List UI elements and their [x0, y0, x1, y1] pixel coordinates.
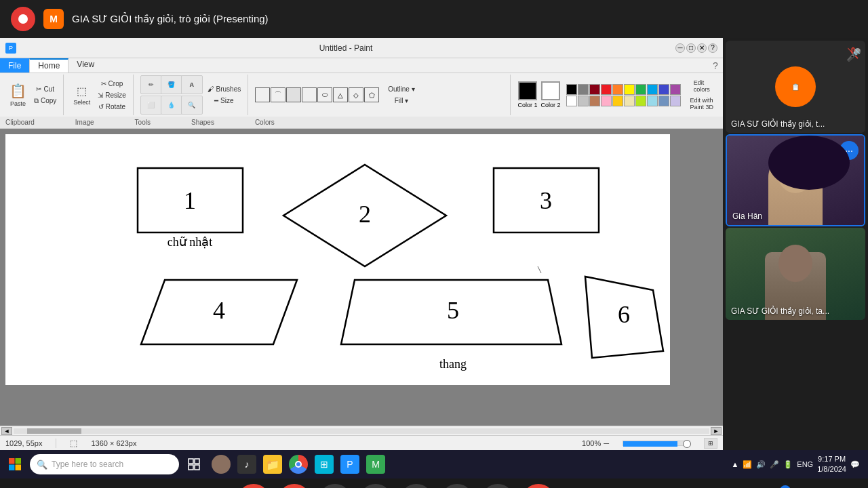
shape-triangle[interactable]: △ — [333, 87, 348, 102]
color-swatch-b97a57[interactable] — [589, 96, 600, 106]
taskbar-meet[interactable]: M — [363, 452, 388, 476]
cut-button[interactable]: ✂Cut — [31, 84, 59, 94]
zoom-slider[interactable] — [623, 441, 690, 446]
color-swatch-ffaec9[interactable] — [601, 96, 612, 106]
shape-ellipse[interactable]: ⬭ — [317, 87, 332, 102]
captions-button[interactable] — [319, 484, 351, 488]
taskbar-paint[interactable]: P — [338, 452, 362, 476]
color-swatch-3f48cc[interactable] — [658, 84, 669, 95]
mic-tray-icon[interactable]: 🎤 — [770, 460, 779, 469]
shape-diamond[interactable]: ◇ — [349, 87, 363, 102]
maximize-button[interactable]: □ — [686, 43, 696, 53]
notification-icon[interactable]: 💬 — [850, 460, 860, 469]
color2-swatch[interactable] — [541, 81, 560, 100]
color-swatch-c3c3c3[interactable] — [578, 96, 589, 106]
tray-up-arrow[interactable]: ▲ — [731, 460, 738, 468]
color-swatch-b5e61d[interactable] — [635, 96, 646, 106]
size-button[interactable]: ━ Size — [205, 96, 243, 106]
fill-tool[interactable]: 🪣 — [161, 75, 182, 94]
color-swatch-a349a4[interactable] — [670, 84, 681, 95]
paint3d-button[interactable]: Edit withPaint 3D — [687, 96, 716, 112]
paint-canvas-container[interactable]: 1 chữ nhật 2 3 4 5 t — [0, 129, 723, 426]
color-swatch-fff200[interactable] — [624, 84, 635, 95]
zoom-fit-btn[interactable]: ⊞ — [704, 438, 717, 449]
search-bar[interactable]: 🔍 Type here to search — [30, 454, 179, 474]
taskbar-avatar[interactable] — [209, 452, 233, 476]
color-swatch-ffc90e[interactable] — [612, 96, 623, 106]
reactions-button[interactable] — [359, 484, 392, 488]
fill-dropdown[interactable]: Fill ▾ — [385, 96, 417, 106]
taskbar-clock[interactable]: 9:17 PM 1/8/2024 — [817, 454, 846, 475]
language-indicator[interactable]: ENG — [797, 460, 813, 468]
color-swatch-22b14c[interactable] — [635, 84, 646, 95]
wifi-icon[interactable]: 📶 — [743, 460, 752, 469]
mute-button[interactable] — [237, 484, 270, 488]
color-swatch-000000[interactable] — [566, 84, 577, 95]
start-button[interactable] — [3, 452, 27, 476]
shape-rect[interactable] — [286, 87, 301, 102]
taskbar-media[interactable]: ♪ — [235, 452, 259, 476]
zoom-thumb[interactable] — [683, 440, 691, 448]
rotate-button[interactable]: ↺ Rotate — [95, 102, 128, 112]
paste-button[interactable]: 📋 Paste — [7, 81, 29, 108]
help-button[interactable]: ? — [708, 43, 717, 53]
crop-button[interactable]: ✂ Crop — [95, 79, 128, 89]
scroll-right-btn[interactable]: ► — [711, 427, 722, 435]
scroll-thumb[interactable] — [27, 428, 81, 434]
scroll-left-btn[interactable]: ◄ — [1, 427, 12, 435]
tab-home[interactable]: Home — [29, 58, 68, 73]
participant-tile-gsu-top: 📋 GIA SƯ GIỎI thầy giỏi, t... — [726, 41, 865, 133]
color-swatch-c8bfe7[interactable] — [670, 96, 681, 106]
magnify-tool[interactable]: 🔍 — [181, 96, 203, 115]
color-swatch-efe4b0[interactable] — [624, 96, 635, 106]
taskbar-chrome[interactable] — [286, 452, 311, 476]
shape-line[interactable] — [255, 87, 270, 102]
color-swatch-99d9ea[interactable] — [647, 96, 658, 106]
taskbar-app1[interactable]: ⊞ — [312, 452, 336, 476]
copy-button[interactable]: ⧉Copy — [31, 96, 59, 106]
select-button[interactable]: ⬚ Select — [71, 83, 93, 107]
taskbar-explorer[interactable]: 📁 — [260, 452, 285, 476]
color-swatch-880015[interactable] — [589, 84, 600, 95]
eraser-tool[interactable]: ⬜ — [140, 96, 162, 115]
raise-hand-button[interactable] — [441, 484, 473, 488]
resize-button[interactable]: ⇲ Resize — [95, 90, 128, 100]
paint-canvas[interactable]: 1 chữ nhật 2 3 4 5 t — [5, 134, 670, 385]
gsu-top-avatar: 📋 — [775, 66, 816, 107]
text-tool[interactable]: A — [181, 75, 203, 94]
color-swatch-ffffff[interactable] — [566, 96, 577, 106]
ribbon-help[interactable]: ? — [708, 58, 723, 73]
tab-file[interactable]: File — [0, 58, 29, 73]
paint-area: P Untitled - Paint ─ □ ✕ ? File Home Vie… — [0, 38, 723, 450]
minimize-button[interactable]: ─ — [675, 43, 685, 53]
task-view-button[interactable] — [182, 452, 206, 476]
present-button[interactable] — [400, 484, 433, 488]
color1-swatch[interactable] — [518, 81, 537, 100]
outline-dropdown[interactable]: Outline ▾ — [385, 84, 417, 94]
color-swatch-00a2e8[interactable] — [647, 84, 658, 95]
color-swatch-7092be[interactable] — [658, 96, 669, 106]
brushes-button[interactable]: 🖌 Brushes — [205, 84, 243, 94]
shape-curve[interactable]: ⌒ — [271, 87, 285, 102]
color-swatch-ed1c24[interactable] — [601, 84, 612, 95]
avatar-icon — [212, 455, 231, 474]
camera-button[interactable] — [278, 484, 311, 488]
svg-rect-22 — [195, 465, 199, 470]
picker-tool[interactable]: 💧 — [161, 96, 182, 115]
pencil-tool[interactable]: ✏ — [140, 75, 162, 94]
speaker-icon[interactable]: 🔊 — [756, 460, 766, 469]
edit-colors-button[interactable]: Editcolors — [687, 78, 716, 94]
shape-pentagon[interactable]: ⬠ — [364, 87, 379, 102]
more-options-ctrl[interactable]: ··· — [481, 484, 514, 488]
tab-view[interactable]: View — [68, 58, 102, 73]
cursor-position: 1029, 55px — [5, 439, 42, 447]
end-call-button[interactable] — [522, 484, 555, 488]
shape-round-rect[interactable] — [302, 87, 317, 102]
close-button[interactable]: ✕ — [697, 43, 707, 53]
color-swatch-7f7f7f[interactable] — [578, 84, 589, 95]
horizontal-scrollbar[interactable]: ◄ ► — [0, 426, 723, 435]
participant-tile-gsu-bottom: GIA SƯ GIỎI thầy giỏi, ta... — [726, 228, 865, 320]
app1-icon: ⊞ — [315, 455, 334, 474]
color-swatch-ff7f27[interactable] — [612, 84, 623, 95]
windows-taskbar: 🔍 Type here to search ♪ 📁 — [0, 450, 868, 479]
